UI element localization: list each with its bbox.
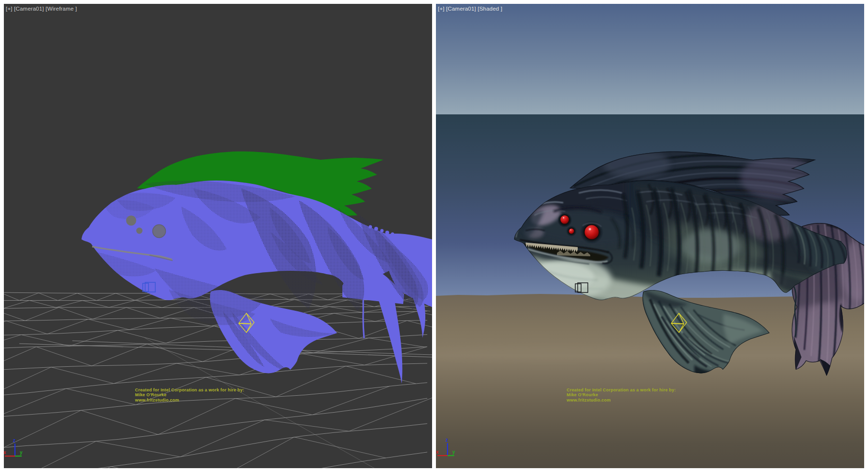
svg-text:x: x xyxy=(436,449,439,455)
svg-text:Created for Intel Corporation: Created for Intel Corporation as a work … xyxy=(567,388,676,392)
svg-text:Created for Intel Corporation: Created for Intel Corporation as a work … xyxy=(135,388,244,392)
svg-text:www.fritzstudio.com: www.fritzstudio.com xyxy=(135,398,179,403)
svg-text:z: z xyxy=(446,437,448,443)
svg-text:x: x xyxy=(4,450,6,455)
svg-text:Mike O'Rourke: Mike O'Rourke xyxy=(135,392,166,397)
svg-text:www.fritzstudio.com: www.fritzstudio.com xyxy=(566,398,610,403)
svg-text:y: y xyxy=(452,449,455,455)
svg-text:y: y xyxy=(20,450,23,455)
svg-text:z: z xyxy=(13,438,15,443)
svg-text:Mike O'Rourke: Mike O'Rourke xyxy=(567,392,598,397)
